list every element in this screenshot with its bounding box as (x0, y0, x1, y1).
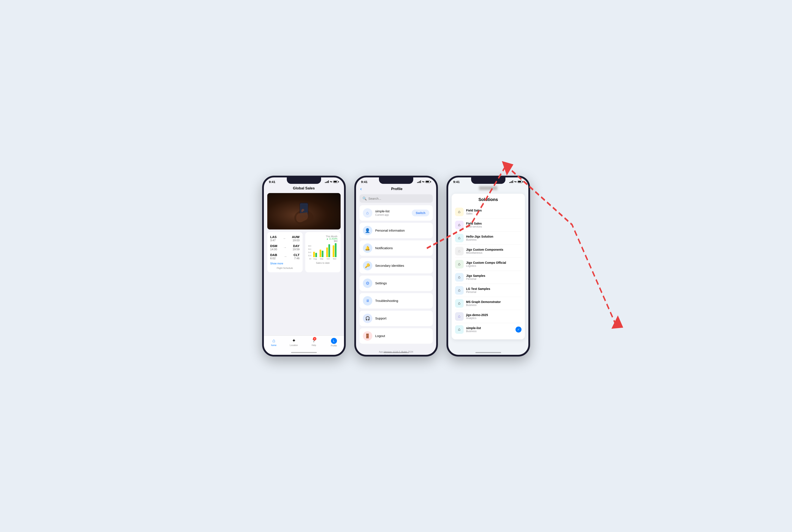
bar-sep-yellow (320, 250, 321, 257)
status-icons-2: ↬ (417, 180, 431, 184)
profile-item-personal-info[interactable]: 👤 Personal information (359, 223, 433, 238)
support-text: Support (375, 317, 387, 320)
profile-item-troubleshooting[interactable]: 🖥 Troubleshooting (359, 293, 433, 308)
location-tab-label: Location (290, 344, 298, 346)
profile-nav-title: Profile (362, 187, 432, 191)
notch-1 (287, 177, 321, 184)
troubleshooting-text: Troubleshooting (375, 299, 398, 303)
personal-info-text: Personal information (375, 229, 405, 232)
y-label-80: $80 (308, 245, 312, 247)
profile-item-simple-list[interactable]: ⌂ simple-list Current app Switch (359, 205, 433, 221)
solution-item-hello-jigx[interactable]: ⌂ Hello-Jigx Solution Business (455, 232, 522, 245)
profile-item-settings[interactable]: ⚙ Settings (359, 276, 433, 291)
solution-item-field-sales-1[interactable]: ⌂ Field Sales Sales (455, 206, 522, 218)
bar-aug-yellow (313, 252, 315, 257)
wifi-icon-2: ↬ (422, 180, 425, 184)
simple-list-sol-category: Business (466, 330, 481, 333)
solution-item-jigx-custom[interactable]: ⌂ Jigx Custom Components Miscellaneous (455, 245, 522, 258)
tab-home[interactable]: ⌂ home (264, 338, 284, 346)
solution-item-simple-list[interactable]: ⌂ simple-list Business ✓ (455, 323, 522, 336)
profile-item-notifications[interactable]: 🔔 Notifications (359, 241, 433, 256)
flight-to-time-1: 19:03 (292, 239, 300, 242)
troubleshooting-title: Troubleshooting (375, 299, 398, 303)
bar-nov-yellow (333, 245, 334, 257)
settings-icon: ⚙ (363, 279, 372, 288)
profile-tab-icon: L (331, 338, 337, 344)
hello-jigx-category: Business (466, 238, 493, 241)
profile-item-support[interactable]: 🎧 Support (359, 311, 433, 326)
checkmark-icon: ✓ (515, 326, 522, 332)
hand-phone-illustration (289, 196, 319, 226)
flight-arrow-2: → (283, 246, 287, 249)
jigx-official-text: Jigx Custom Comps Official Logistics (466, 261, 506, 267)
chart-title: This Month (326, 235, 337, 238)
solution-item-ms-graph[interactable]: ⌂ MS Graph Demonstrator Business (455, 297, 522, 310)
phone-global-sales: 9:41 ↬ (262, 176, 346, 357)
profile-item-logout[interactable]: 🚪 Logout (359, 328, 433, 344)
tab-profile[interactable]: L Profile (324, 338, 344, 347)
home-tab-icon: ⌂ (272, 338, 275, 343)
phone-solutions: 9:41 ↬ (447, 176, 530, 357)
status-icons-1: ↬ (325, 180, 339, 184)
solution-item-jigx-samples[interactable]: ⌂ Jigx Samples Personal (455, 271, 522, 284)
lg-test-text: LG Test Samples Personal (466, 287, 490, 293)
solution-item-field-sales-2[interactable]: ⌂ Field Sales Field-services (455, 218, 522, 232)
solution-item-lg-test[interactable]: ⌂ LG Test Samples Personal (455, 284, 522, 297)
chart-card-label: Sales to date (308, 262, 338, 264)
bar-nov-green (335, 243, 337, 257)
cards-row: LAS 3:47 → AUW 19:03 DSM (267, 232, 341, 272)
search-bar[interactable]: 🔍 (359, 194, 433, 203)
solution-item-jigx-demo[interactable]: ⌂ jigx-demo-2025 Analytics (455, 310, 522, 323)
jigx-samples-text: Jigx Samples Personal (466, 274, 486, 281)
hello-jigx-icon: ⌂ (455, 234, 464, 242)
chart-card: This Month ▲ 11.818% $80 $80 $60 $40 $20 (305, 232, 341, 272)
wifi-icon-1: ↬ (330, 180, 332, 184)
logout-text: Logout (375, 334, 385, 338)
notifications-title: Notifications (375, 246, 393, 250)
flight-to-time-3: 7:46 (294, 257, 299, 260)
jigx-official-name: Jigx Custom Comps Official (466, 261, 506, 264)
back-button[interactable]: ‹ (360, 186, 362, 192)
search-icon: 🔍 (362, 196, 367, 201)
jigx-custom-icon: ⌂ (455, 247, 464, 255)
flight-schedule-card: LAS 3:47 → AUW 19:03 DSM (267, 232, 303, 272)
label-nov: Nov (333, 258, 336, 260)
jigx-samples-name: Jigx Samples (466, 274, 486, 278)
switch-button[interactable]: Switch (412, 210, 429, 216)
solutions-title: Solutions (455, 197, 522, 202)
wifi-icon-3: ↬ (514, 180, 516, 184)
jigx-demo-icon: ⌂ (455, 312, 464, 321)
tab-location[interactable]: ✦ Location (284, 338, 304, 346)
jigx-demo-name: jigx-demo-2025 (466, 313, 488, 317)
simple-list-icon: ⌂ (363, 208, 372, 218)
secondary-ids-title: Secondary identities (375, 264, 404, 267)
bar-sep-green (322, 251, 323, 257)
phones-container: 9:41 ↬ (262, 176, 530, 357)
page-title-1: Global Sales (264, 185, 344, 193)
search-input[interactable] (369, 197, 430, 200)
time-2: 9:41 (361, 180, 367, 184)
home-indicator-3 (475, 352, 501, 353)
field-sales-1-text: Field Sales Sales (466, 209, 482, 215)
notch-3 (471, 177, 505, 184)
home-indicator-2 (383, 352, 409, 353)
blurred-nav-title: ████████ (448, 185, 528, 192)
simple-list-sol-text: simple-list Business (466, 326, 481, 333)
simple-list-text: simple-list Current app (375, 209, 390, 216)
profile-item-secondary-ids[interactable]: 🔑 Secondary identities (359, 258, 433, 273)
show-more-link[interactable]: Show more (270, 262, 300, 265)
chart-y-axis: $80 $60 $40 $20 $0 (308, 245, 312, 260)
chart-group-aug: Aug (312, 252, 318, 260)
support-icon: 🎧 (363, 314, 372, 323)
solution-item-jigx-official[interactable]: ⌂ Jigx Custom Comps Official Logistics (455, 258, 522, 271)
tab-help[interactable]: ? 3 Help (304, 338, 324, 346)
flight-row-2: DSM 14:00 → DAY 19:59 (270, 244, 300, 251)
flight-from-time-3: 6:02 (270, 257, 277, 260)
profile-list: ⌂ simple-list Current app Switch 👤 Perso… (356, 205, 436, 344)
flight-from-2: DSM (270, 244, 277, 248)
simple-list-sol-icon: ⌂ (455, 325, 464, 334)
jigx-demo-text: jigx-demo-2025 Analytics (466, 313, 488, 320)
ms-graph-category: Business (466, 304, 501, 307)
hello-jigx-name: Hello-Jigx Solution (466, 235, 493, 238)
profile-footer: App Version: 1110.7, Build: 7634 Solutio… (356, 346, 436, 355)
